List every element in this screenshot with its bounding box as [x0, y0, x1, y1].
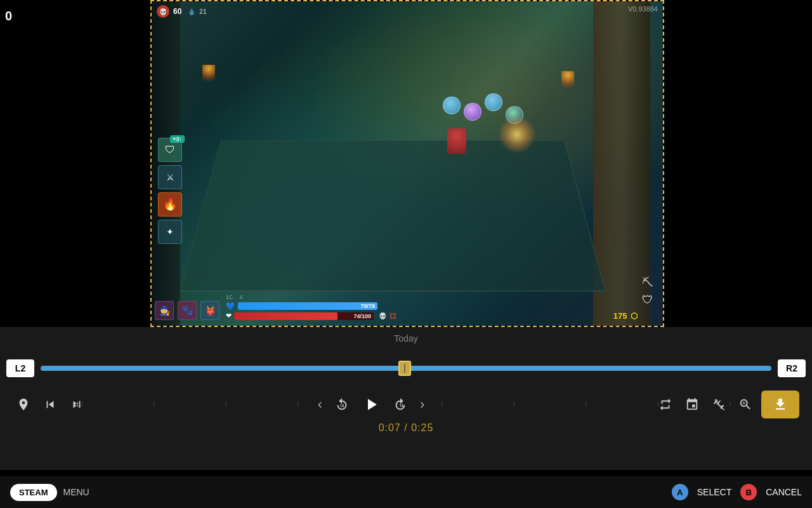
forward-button[interactable]: [390, 394, 411, 415]
rewind-button[interactable]: [331, 394, 353, 415]
health-max: 79: [369, 303, 375, 309]
zoom-button[interactable]: [735, 394, 756, 415]
menu-label: MENU: [63, 487, 89, 497]
hud-skill-3: 🔥: [158, 192, 182, 217]
download-button[interactable]: [761, 391, 799, 418]
play-button[interactable]: [358, 391, 384, 418]
skip-end-button[interactable]: [66, 394, 88, 415]
hud-skill-4: ✦: [158, 220, 182, 244]
tool-shield: 🛡: [642, 293, 653, 307]
ammo-b-label: 4: [240, 294, 243, 300]
loop-button[interactable]: [655, 394, 676, 415]
pin-button[interactable]: [13, 394, 34, 415]
prev-frame-button[interactable]: ‹: [314, 392, 326, 417]
today-label: Today: [394, 333, 417, 344]
hud-bottom: 🧙 🐾 👹 1C 4 💙 79/79: [155, 294, 660, 323]
cancel-label: CANCEL: [766, 487, 802, 497]
gold-counter: 175 ⬡: [613, 311, 638, 321]
bottom-bar: STEAM MENU A SELECT B CANCEL: [0, 476, 812, 508]
next-frame-button[interactable]: ›: [416, 392, 428, 417]
mana-current: 74: [353, 313, 360, 319]
b-button[interactable]: B: [740, 484, 757, 500]
skill-badge: +3↑: [170, 135, 185, 143]
health-current: 79: [360, 303, 367, 309]
char-icon-1: 🧙: [155, 301, 174, 320]
timeline-track[interactable]: | | | | | | | | | |: [41, 366, 771, 371]
transport-area: ‹ ›: [0, 391, 812, 418]
version-tag: V0.93884: [628, 5, 658, 13]
kill-counter: 60: [173, 7, 181, 16]
ammo-a-label: 1C: [226, 294, 233, 300]
l2-button[interactable]: L2: [6, 359, 34, 377]
score-display: 0: [5, 9, 12, 23]
char-icon-2: 🐾: [178, 301, 197, 320]
tool-pickaxe: ⛏: [642, 276, 653, 290]
skip-start-button[interactable]: [39, 394, 61, 415]
bottom-right-controls: A SELECT B CANCEL: [672, 484, 802, 500]
timeline-area: L2 | | | | | | | | | | R2: [0, 352, 812, 384]
hud-left: 🛡 +3↑ ⚔ 🔥 ✦: [158, 138, 182, 244]
game-canvas: 🛡 +3↑ ⚔ 🔥 ✦ 🧙 🐾 👹 1C 4: [152, 1, 663, 326]
a-button[interactable]: A: [672, 484, 688, 500]
steam-button[interactable]: STEAM: [10, 484, 57, 501]
hud-skill-2: ⚔: [158, 165, 182, 189]
split-button[interactable]: [681, 394, 703, 415]
char-icon-3: 👹: [200, 301, 219, 320]
gold-amount: 175: [613, 311, 627, 321]
r2-button[interactable]: R2: [778, 359, 806, 377]
select-label: SELECT: [697, 487, 731, 497]
controls-area: Today L2 | | | | | | | | | | R2: [0, 327, 812, 470]
time-display: 0:07 / 0:25: [379, 422, 434, 434]
mana-max: 100: [362, 313, 371, 319]
timeline-handle[interactable]: [398, 361, 411, 376]
cut-button[interactable]: [708, 394, 730, 415]
game-viewport: 🛡 +3↑ ⚔ 🔥 ✦ 🧙 🐾 👹 1C 4: [150, 0, 664, 327]
